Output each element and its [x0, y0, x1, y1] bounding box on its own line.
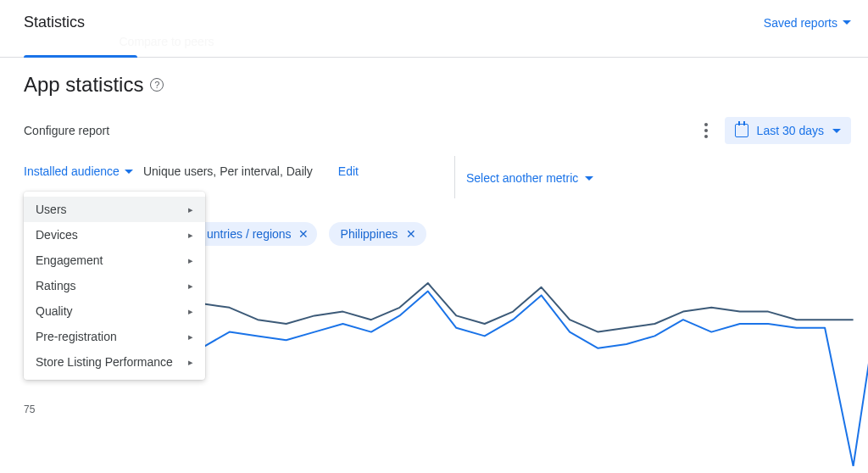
chip-label: Philippines	[341, 227, 398, 241]
menu-item-devices[interactable]: Devices ▸	[24, 222, 205, 248]
edit-button[interactable]: Edit	[338, 164, 359, 178]
filter-chip-countries[interactable]: untries / regions ✕	[202, 222, 317, 246]
chevron-right-icon: ▸	[188, 306, 193, 317]
chip-label: untries / regions	[207, 227, 292, 241]
menu-item-pre-registration[interactable]: Pre-registration ▸	[24, 324, 205, 349]
close-icon[interactable]: ✕	[298, 227, 309, 241]
date-range-label: Last 30 days	[757, 124, 824, 137]
chevron-down-icon	[843, 20, 851, 25]
menu-item-label: Devices	[36, 228, 78, 242]
saved-reports-dropdown[interactable]: Saved reports	[764, 16, 851, 30]
tab-compare-to-peers[interactable]: Compare to peers	[119, 35, 214, 57]
calendar-icon	[735, 124, 748, 137]
chevron-right-icon: ▸	[188, 331, 193, 342]
chevron-down-icon	[832, 129, 841, 133]
tabs: App statistics Compare to peers	[0, 35, 868, 58]
section-title: Statistics	[24, 14, 85, 31]
menu-item-engagement[interactable]: Engagement ▸	[24, 248, 205, 273]
menu-item-label: Ratings	[36, 279, 75, 292]
menu-item-ratings[interactable]: Ratings ▸	[24, 273, 205, 298]
chevron-right-icon: ▸	[188, 230, 193, 241]
menu-item-users[interactable]: Users ▸	[24, 197, 205, 222]
metric-dropdown-menu: Users ▸ Devices ▸ Engagement ▸ Ratings ▸…	[24, 192, 205, 380]
menu-item-quality[interactable]: Quality ▸	[24, 298, 205, 324]
select-another-metric-label: Select another metric	[466, 171, 578, 185]
help-icon[interactable]: ?	[150, 78, 164, 92]
chevron-down-icon	[585, 176, 593, 181]
menu-item-label: Engagement	[36, 253, 103, 267]
menu-item-label: Users	[36, 203, 67, 216]
chevron-right-icon: ▸	[188, 204, 193, 215]
page-title: App statistics	[24, 73, 143, 97]
menu-item-store-listing-performance[interactable]: Store Listing Performance ▸	[24, 349, 205, 375]
chevron-right-icon: ▸	[188, 281, 193, 292]
y-axis-tick: 75	[24, 403, 35, 415]
menu-item-label: Pre-registration	[36, 330, 117, 343]
chevron-right-icon: ▸	[188, 357, 193, 368]
metric-subtext: Unique users, Per interval, Daily	[143, 164, 313, 178]
chevron-right-icon: ▸	[188, 255, 193, 266]
metric-name: Installed audience	[24, 164, 120, 178]
filter-chip-country[interactable]: Philippines ✕	[329, 222, 427, 246]
metric-dropdown[interactable]: Installed audience	[24, 164, 133, 178]
more-options-button[interactable]	[699, 118, 709, 143]
menu-item-label: Store Listing Performance	[36, 355, 173, 369]
configure-report-label: Configure report	[24, 124, 109, 137]
metric-divider	[454, 156, 455, 198]
saved-reports-label: Saved reports	[764, 16, 837, 30]
date-range-picker[interactable]: Last 30 days	[725, 117, 851, 144]
select-another-metric-button[interactable]: Select another metric	[466, 171, 593, 185]
close-icon[interactable]: ✕	[404, 227, 418, 241]
active-tab-indicator	[24, 55, 137, 58]
menu-item-label: Quality	[36, 304, 73, 318]
chevron-down-icon	[125, 170, 133, 174]
